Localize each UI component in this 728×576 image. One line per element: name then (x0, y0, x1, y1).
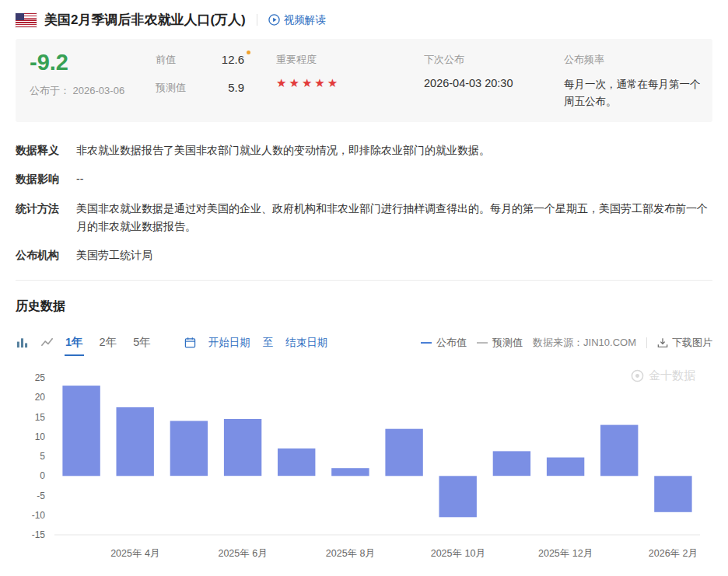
frequency-block: 公布频率 每月一次，通常在每月第一个周五公布。 (564, 51, 712, 110)
prev-value: 12.6 (222, 53, 244, 67)
legend-forecast-label: 预测值 (492, 336, 523, 350)
forecast-value: 5.9 (228, 81, 244, 95)
section-label: 数据释义 (16, 141, 67, 159)
prev-forecast-block: 前值 12.6 预测值 5.9 (156, 51, 276, 110)
chart-bar[interactable] (117, 407, 154, 476)
us-flag-icon (16, 13, 37, 27)
section-divider (16, 280, 712, 281)
chart-bar[interactable] (600, 425, 638, 477)
y-axis-tick-label: -15 (32, 529, 46, 540)
y-axis-tick-label: -5 (37, 490, 45, 501)
range-tab-2y[interactable]: 2年 (100, 335, 117, 350)
section-text: 非农就业数据报告了美国非农部门就业人数的变动情况，即排除农业部门的就业数据。 (76, 141, 490, 159)
importance-stars: ★★★★★ (276, 76, 424, 90)
x-axis-tick-label: 2025年 12月 (538, 548, 593, 559)
latest-value: -9.2 (30, 51, 156, 74)
play-circle-icon (268, 14, 280, 26)
section-row: 数据释义 非农就业数据报告了美国非农部门就业人数的变动情况，即排除农业部门的就业… (16, 141, 712, 159)
page-header: 美国2月季调后非农就业人口(万人) 视频解读 (16, 11, 712, 29)
next-release-value: 2026-04-03 20:30 (424, 77, 564, 89)
legend-published[interactable]: 公布值 (421, 336, 467, 350)
download-image-button[interactable]: 下载图片 (657, 336, 712, 350)
next-release-block: 下次公布 2026-04-03 20:30 (424, 51, 564, 110)
page: 美国2月季调后非农就业人口(万人) 视频解读 -9.2 公布于： 2026-03… (0, 0, 728, 564)
latest-value-block: -9.2 公布于： 2026-03-06 (30, 51, 156, 110)
x-axis-tick-label: 2025年 8月 (326, 548, 375, 559)
range-tab-1y[interactable]: 1年 (65, 335, 83, 350)
download-icon (657, 337, 668, 348)
y-axis-tick-label: 15 (35, 412, 46, 423)
frequency-value: 每月一次，通常在每月第一个周五公布。 (564, 76, 701, 110)
bar-chart-button[interactable] (16, 336, 29, 349)
start-date-field[interactable]: 开始日期 (208, 336, 250, 350)
published-date: 公布于： 2026-03-06 (30, 84, 156, 98)
y-axis-tick-label: -10 (32, 510, 46, 521)
x-axis-tick-label: 2026年 2月 (649, 548, 698, 559)
chart-bar[interactable] (224, 419, 261, 476)
section-row: 公布机构 美国劳工统计局 (16, 246, 712, 264)
bar-chart[interactable]: 2520151050-5-10-152025年 4月2025年 6月2025年 … (16, 368, 712, 564)
section-label: 公布机构 (16, 246, 67, 264)
legend-published-label: 公布值 (436, 336, 467, 350)
summary-bar: -9.2 公布于： 2026-03-06 前值 12.6 预测值 5.9 重要程… (16, 39, 712, 122)
section-label: 数据影响 (16, 170, 67, 188)
data-source-label: 数据来源：JIN10.COM (533, 336, 636, 350)
y-axis-tick-label: 25 (35, 372, 46, 383)
range-tab-5y[interactable]: 5年 (133, 335, 151, 350)
watermark-label: 金十数据 (649, 368, 695, 383)
chart-bar[interactable] (331, 468, 369, 476)
next-release-label: 下次公布 (424, 53, 564, 67)
toolbar-right: 公布值 预测值 数据来源：JIN10.COM 下载图片 (421, 336, 712, 350)
x-axis-tick-label: 2025年 6月 (218, 548, 267, 559)
chart-bar[interactable] (385, 429, 422, 477)
chart-bar[interactable] (439, 476, 477, 517)
page-title: 美国2月季调后非农就业人口(万人) (44, 11, 246, 29)
chart-bar[interactable] (547, 458, 584, 477)
x-axis-tick-label: 2025年 10月 (431, 548, 485, 559)
section-text: 美国劳工统计局 (76, 246, 152, 264)
y-axis-tick-label: 10 (35, 431, 46, 442)
frequency-label: 公布频率 (564, 53, 701, 67)
date-range-picker[interactable]: 开始日期 至 结束日期 (184, 336, 328, 350)
section-text: 美国非农就业数据是通过对美国的企业、政府机构和非农业部门进行抽样调查得出的。每月… (76, 200, 712, 235)
chart-bar[interactable] (170, 421, 208, 477)
line-chart-button[interactable] (40, 336, 54, 349)
definition-sections: 数据释义 非农就业数据报告了美国非农部门就业人数的变动情况，即排除农业部门的就业… (16, 141, 712, 264)
chart-toolbar: 1年 2年 5年 开始日期 至 结束日期 公布值 预测值 数据来源：JIN10.… (16, 335, 712, 350)
chart-bar[interactable] (62, 386, 100, 476)
y-axis-tick-label: 20 (35, 392, 46, 403)
toolbar-divider (646, 337, 647, 348)
importance-block: 重要程度 ★★★★★ (276, 51, 424, 110)
line-chart-icon (40, 336, 54, 349)
bar-chart-icon (16, 336, 29, 349)
chart-bar[interactable] (278, 449, 315, 476)
watermark: 金十数据 (631, 368, 695, 383)
date-to-label: 至 (263, 336, 274, 350)
legend-published-swatch (421, 342, 432, 344)
legend-forecast[interactable]: 预测值 (477, 336, 523, 350)
importance-label: 重要程度 (276, 53, 424, 67)
download-image-label: 下载图片 (672, 336, 712, 350)
x-axis-tick-label: 2025年 4月 (110, 548, 159, 559)
chart-bar[interactable] (493, 451, 530, 476)
section-row: 数据影响 -- (16, 170, 712, 188)
chart-bar[interactable] (654, 476, 691, 512)
title-separator (257, 14, 257, 26)
history-chart-area: 金十数据 2520151050-5-10-152025年 4月2025年 6月2… (16, 368, 712, 564)
calendar-icon (184, 337, 196, 348)
section-label: 统计方法 (16, 200, 67, 235)
section-row: 统计方法 美国非农就业数据是通过对美国的企业、政府机构和非农业部门进行抽样调查得… (16, 200, 712, 235)
video-explain-label: 视频解读 (284, 13, 326, 27)
prev-label: 前值 (156, 53, 176, 67)
end-date-field[interactable]: 结束日期 (285, 336, 327, 350)
section-text: -- (76, 170, 83, 188)
y-axis-tick-label: 0 (40, 470, 45, 481)
y-axis-tick-label: 5 (40, 451, 45, 462)
legend-forecast-swatch (477, 342, 488, 344)
forecast-label: 预测值 (156, 81, 186, 95)
video-explain-link[interactable]: 视频解读 (268, 13, 326, 27)
jin10-logo-icon (631, 369, 644, 382)
history-title: 历史数据 (16, 298, 712, 315)
revision-dot-icon (247, 51, 250, 54)
